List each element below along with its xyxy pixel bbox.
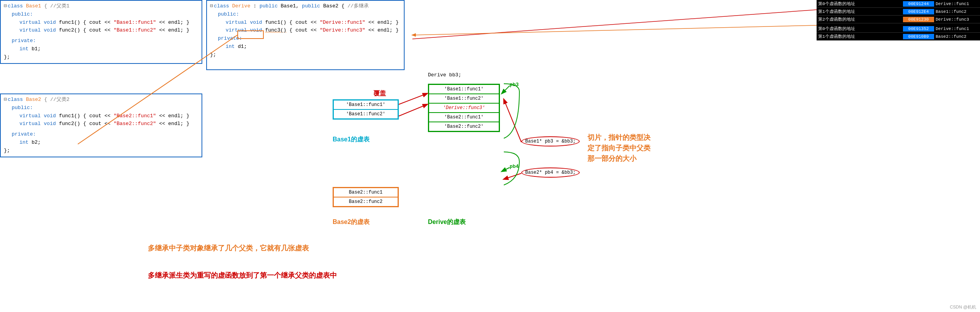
base1-own-cell-2: 'Base1::func2' bbox=[333, 109, 398, 119]
memory-func-1: Base1::func2 bbox=[936, 9, 978, 14]
derive-vtable: 'Base1::func1' 'Base1::func2' 'Derive::f… bbox=[428, 84, 500, 132]
base1-func1: virtual void func1() { cout << "Base1::f… bbox=[4, 19, 198, 27]
coverage-label: 覆盖 bbox=[373, 90, 386, 98]
memory-label-0: 第0个虚函数的地址 bbox=[818, 1, 901, 7]
slicing-annotation: 切片，指针的类型决定了指向子类中父类那一部分的大小 bbox=[587, 132, 689, 164]
memory-func-3: Derive::func1 bbox=[936, 26, 978, 31]
memory-addr-0: 00E91244 bbox=[903, 1, 934, 7]
base1-private: private: bbox=[4, 37, 198, 45]
base2-func1: virtual void func1() { cout << "Base2::f… bbox=[4, 112, 198, 120]
memory-table: 第0个虚函数的地址 00E91244 Derive::func1 第1个虚函数的… bbox=[817, 0, 980, 41]
base2-title: ⊟class Base2 { //父类2 bbox=[4, 96, 198, 104]
memory-row-0: 第0个虚函数的地址 00E91244 Derive::func1 bbox=[817, 0, 980, 8]
derive-panel: ⊟class Derive : public Base1, public Bas… bbox=[206, 0, 405, 70]
memory-row-4: 第1个虚函数的地址 00E910B9 Base2::func2 bbox=[817, 33, 980, 41]
memory-label-4: 第1个虚函数的地址 bbox=[818, 33, 901, 39]
svg-line-1 bbox=[399, 93, 427, 104]
memory-func-4: Base2::func2 bbox=[936, 34, 978, 39]
derive-vtable-cell-4: 'Base2::func1' bbox=[429, 113, 499, 122]
derive-title: ⊟class Derive : public Base1, public Bas… bbox=[210, 2, 401, 11]
base1-close: }; bbox=[4, 53, 198, 62]
base1-panel: ⊟class Base1 { //父类1 public: virtual voi… bbox=[0, 0, 202, 64]
annotation-1: 多继承中子类对象继承了几个父类，它就有几张虚表 bbox=[148, 243, 309, 253]
memory-func-0: Derive::func1 bbox=[936, 2, 978, 6]
base1-vtable-label: Base1的虚表 bbox=[333, 136, 370, 144]
base2-close: }; bbox=[4, 147, 198, 155]
pb3-label: pb3 bbox=[510, 82, 519, 88]
pb4-code: Base2* pb4 = &bb3; bbox=[521, 167, 580, 178]
derive-vtable-cell-1: 'Base1::func1' bbox=[429, 85, 499, 94]
derive-d1: int d1; bbox=[210, 43, 401, 51]
base1-func2: virtual void func2() { cout << "Base1::f… bbox=[4, 26, 198, 35]
svg-line-2 bbox=[399, 104, 427, 116]
base2-vtable-label: Base2的虚表 bbox=[333, 218, 370, 226]
derive-bb3-label: Derive bb3; bbox=[428, 72, 461, 78]
derive-public: public: bbox=[210, 11, 401, 19]
pb3-code: Base1* pb3 = &bb3; bbox=[521, 136, 580, 146]
base2-public: public: bbox=[4, 104, 198, 112]
memory-addr-3: 00E91352 bbox=[903, 26, 934, 32]
derive-close: }; bbox=[210, 51, 401, 59]
pb4-label: pb4 bbox=[510, 164, 519, 169]
svg-line-5 bbox=[504, 99, 521, 142]
derive-vtable-cell-5: 'Base2::func2' bbox=[429, 122, 499, 131]
memory-label-3: 第0个虚函数的地址 bbox=[818, 26, 901, 32]
svg-line-6 bbox=[504, 173, 521, 179]
memory-row-3: 第0个虚函数的地址 00E91352 Derive::func1 bbox=[817, 25, 980, 33]
base1-own-vtable: 'Base1::func1' 'Base1::func2' bbox=[333, 99, 399, 120]
memory-addr-4: 00E910B9 bbox=[903, 34, 934, 39]
func3-highlight-box bbox=[237, 30, 264, 39]
base2-own-cell-2: Base2::func2 bbox=[333, 197, 398, 206]
base2-own-cell-1: Base2::func1 bbox=[333, 188, 398, 197]
base2-own-vtable: Base2::func1 Base2::func2 bbox=[333, 187, 399, 207]
main-container: ⊟class Base1 { //父类1 public: virtual voi… bbox=[0, 0, 980, 312]
base1-b1: int b1; bbox=[4, 45, 198, 53]
svg-line-3 bbox=[502, 86, 510, 93]
base2-private: private: bbox=[4, 130, 198, 139]
svg-line-8 bbox=[412, 25, 817, 35]
memory-row-2: 第2个虚函数的地址 00E91230 Derive::func3 bbox=[817, 16, 980, 23]
memory-label-1: 第1个虚函数的地址 bbox=[818, 9, 901, 14]
memory-row-1: 第1个虚函数的地址 00E912E4 Base1::func2 bbox=[817, 8, 980, 16]
derive-func1: virtual void func1() { cout << "Derive::… bbox=[210, 19, 401, 27]
memory-label-2: 第2个虚函数的地址 bbox=[818, 16, 901, 22]
svg-line-7 bbox=[412, 10, 817, 39]
base2-b2: int b2; bbox=[4, 139, 198, 147]
base1-public: public: bbox=[4, 11, 198, 19]
derive-vtable-cell-2: 'Base1::func2' bbox=[429, 94, 499, 103]
svg-line-4 bbox=[502, 167, 510, 171]
memory-addr-2: 00E91230 bbox=[903, 17, 934, 22]
derive-vtable-label: Derive的虚表 bbox=[428, 218, 466, 226]
annotation-2: 多继承派生类为重写的虚函数放到了第一个继承父类的虚表中 bbox=[148, 271, 337, 280]
base2-func2: virtual void func2() { cout << "Base2::f… bbox=[4, 120, 198, 128]
derive-vtable-cell-3: 'Derive::func3' bbox=[429, 103, 499, 113]
base2-panel: ⊟class Base2 { //父类2 public: virtual voi… bbox=[0, 93, 202, 157]
memory-addr-1: 00E912E4 bbox=[903, 9, 934, 14]
base1-title: ⊟class Base1 { //父类1 bbox=[4, 2, 198, 11]
memory-func-2: Derive::func3 bbox=[936, 17, 978, 22]
watermark: CSDN @机机 bbox=[950, 304, 976, 310]
base1-own-cell-1: 'Base1::func1' bbox=[333, 100, 398, 109]
